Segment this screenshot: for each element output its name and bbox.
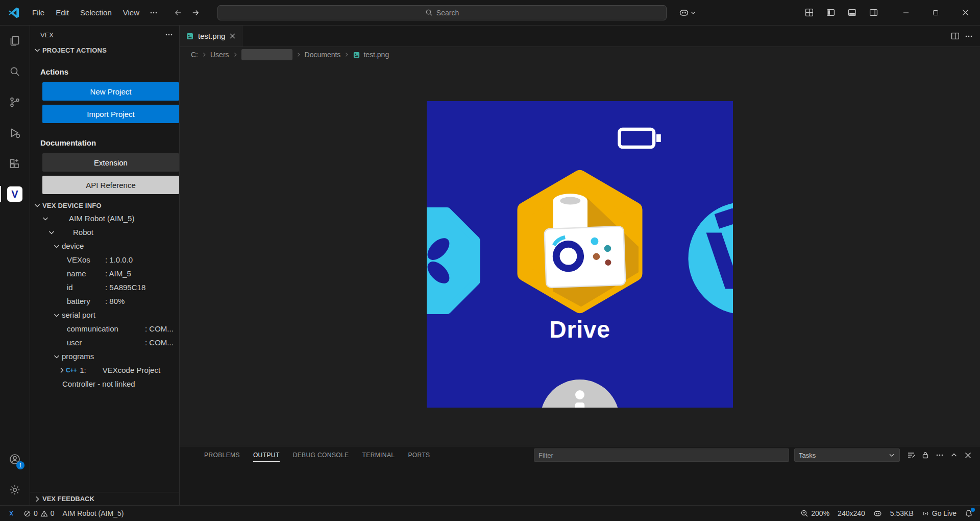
maximize-button[interactable] (921, 0, 950, 26)
vex-sidebar: VEX PROJECT ACTIONS Actions New Project … (30, 26, 180, 505)
chevron-down-icon (53, 311, 61, 319)
tab-output[interactable]: OUTPUT (253, 448, 280, 462)
tree-item-robot[interactable]: Robot (30, 225, 179, 239)
maximize-panel-icon[interactable] (950, 451, 958, 459)
tree-item-device[interactable]: device (30, 239, 179, 253)
section-vex-feedback[interactable]: VEX FEEDBACK (30, 492, 179, 505)
error-icon (23, 510, 31, 517)
extensions-icon[interactable] (0, 148, 30, 179)
tree-item-programs[interactable]: programs (30, 349, 179, 363)
tab-terminal[interactable]: TERMINAL (362, 448, 395, 462)
toggle-panel-icon[interactable] (843, 5, 861, 20)
section-vex-device-info[interactable]: VEX DEVICE INFO (30, 199, 179, 211)
warning-icon (40, 510, 48, 517)
editor-more-icon[interactable] (965, 32, 973, 40)
tree-item-user[interactable]: user : COM... (30, 336, 179, 349)
image-dimensions-status[interactable]: 240x240 (834, 506, 869, 521)
tree-item-communication[interactable]: communication : COM... (30, 322, 179, 336)
account-icon[interactable]: 1 (0, 444, 30, 475)
new-project-button[interactable]: New Project (42, 82, 179, 101)
tab-debug-console[interactable]: DEBUG CONSOLE (293, 448, 349, 462)
close-window-button[interactable] (950, 0, 980, 26)
drive-app-icon (525, 178, 639, 307)
tree-item-aim-robot[interactable]: AIM Robot (AIM_5) (30, 211, 179, 225)
tab-problems[interactable]: PROBLEMS (204, 448, 240, 462)
notifications-bell-icon[interactable] (961, 506, 977, 521)
section-project-actions[interactable]: PROJECT ACTIONS (30, 44, 179, 56)
tree-item-controller[interactable]: Controller - not linked (30, 377, 179, 391)
extension-button[interactable]: Extension (42, 153, 179, 172)
zoom-out-icon (800, 509, 808, 517)
tree-item-vexos[interactable]: VEXos : 1.0.0.0 (30, 253, 179, 267)
redacted-username[interactable] (241, 49, 292, 60)
clear-output-icon[interactable] (907, 451, 915, 459)
tab-test-png[interactable]: test.png (180, 26, 242, 46)
chevron-down-icon (41, 215, 50, 223)
notification-dot (971, 508, 975, 512)
sidebar-more-icon[interactable] (165, 31, 173, 39)
search-placeholder: Search (436, 9, 459, 17)
title-bar: File Edit Selection View Search (0, 0, 980, 26)
explorer-icon[interactable] (0, 26, 30, 56)
menu-more-icon[interactable] (145, 5, 162, 20)
back-arrow-icon[interactable] (169, 5, 187, 20)
tree-item-program-1[interactable]: C++ 1: VEXcode Project (30, 363, 179, 377)
tree-item-name[interactable]: name : AIM_5 (30, 267, 179, 280)
go-live-button[interactable]: Go Live (918, 506, 961, 521)
chevron-right-icon (232, 52, 238, 58)
forward-arrow-icon[interactable] (187, 5, 204, 20)
tab-title: test.png (198, 32, 225, 40)
tree-item-id[interactable]: id : 5A895C18 (30, 280, 179, 294)
actions-heading: Actions (30, 67, 179, 76)
breadcrumb-drive[interactable]: C: (191, 51, 198, 59)
api-reference-button[interactable]: API Reference (42, 176, 179, 194)
status-bar: 0 0 AIM Robot (AIM_5) 200% 240x240 5.53K… (0, 505, 980, 521)
search-command-center[interactable]: Search (217, 5, 667, 20)
problems-status[interactable]: 0 0 (19, 506, 59, 521)
zoom-status[interactable]: 200% (796, 506, 834, 521)
tree-item-serial-port[interactable]: serial port (30, 308, 179, 322)
minimize-button[interactable] (891, 0, 921, 26)
account-badge: 1 (16, 461, 24, 469)
toggle-secondary-sidebar-icon[interactable] (865, 5, 882, 20)
vex-extension-icon[interactable]: V (0, 179, 30, 209)
output-filter-input[interactable] (534, 448, 789, 462)
import-project-button[interactable]: Import Project (42, 105, 179, 123)
breadcrumb-documents[interactable]: Documents (305, 51, 341, 59)
chevron-right-icon (296, 52, 302, 58)
chevron-down-icon (690, 10, 696, 16)
chevron-down-icon (33, 46, 41, 54)
chevron-right-icon (344, 52, 350, 58)
copilot-status-icon[interactable] (869, 506, 886, 521)
breadcrumb-users[interactable]: Users (210, 51, 229, 59)
breadcrumb-file[interactable]: test.png (363, 51, 389, 59)
file-size-status[interactable]: 5.53KB (886, 506, 918, 521)
copilot-menu[interactable] (679, 8, 696, 18)
tree-item-battery[interactable]: battery : 80% (30, 294, 179, 308)
menu-view[interactable]: View (117, 6, 145, 19)
chevron-right-icon (33, 495, 41, 503)
customize-layout-icon[interactable] (800, 5, 818, 20)
toggle-primary-sidebar-icon[interactable] (822, 5, 839, 20)
menu-selection[interactable]: Selection (75, 6, 117, 19)
activity-bar: V 1 (0, 26, 30, 505)
remote-indicator[interactable] (3, 506, 19, 521)
close-tab-icon[interactable] (229, 33, 236, 39)
settings-gear-icon[interactable] (0, 475, 30, 505)
search-sidebar-icon[interactable] (0, 56, 30, 87)
close-panel-icon[interactable] (964, 452, 972, 459)
lock-autoscroll-icon[interactable] (921, 451, 929, 459)
image-file-icon (186, 32, 194, 40)
cpp-file-icon: C++ (66, 367, 77, 374)
breadcrumb: C: Users Documents test.png (180, 47, 980, 62)
source-control-icon[interactable] (0, 87, 30, 117)
device-status[interactable]: AIM Robot (AIM_5) (59, 506, 128, 521)
menu-edit[interactable]: Edit (50, 6, 75, 19)
menu-file[interactable]: File (27, 6, 50, 19)
run-debug-icon[interactable] (0, 117, 30, 148)
output-channel-select[interactable]: Tasks (794, 448, 900, 462)
tab-ports[interactable]: PORTS (408, 448, 430, 462)
split-editor-icon[interactable] (951, 32, 960, 40)
chevron-down-icon (53, 242, 61, 250)
panel-more-icon[interactable] (936, 451, 944, 459)
